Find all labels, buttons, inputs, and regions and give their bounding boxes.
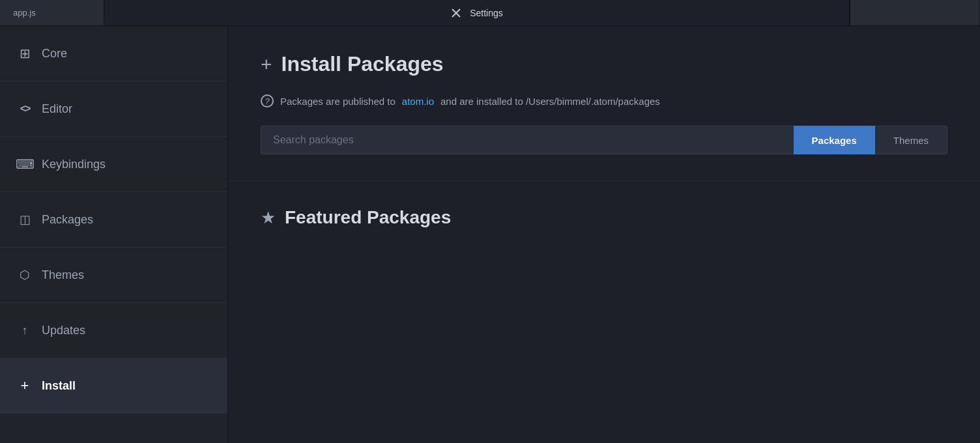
install-packages-section: + Install Packages ? Packages are publis… [228, 26, 980, 181]
tab-settings[interactable]: Settings [104, 0, 850, 25]
install-packages-heading: Install Packages [281, 52, 444, 76]
sidebar-label-keybindings: Keybindings [42, 158, 106, 171]
sidebar-label-install: Install [42, 379, 76, 393]
sliders-icon: ⊞ [16, 46, 34, 61]
sidebar-label-core: Core [42, 47, 67, 61]
sidebar-item-themes[interactable]: ⬡ Themes [0, 248, 227, 303]
info-circle-icon: ? [261, 94, 274, 107]
tab-bar: app.js Settings [0, 0, 980, 26]
settings-tab-label: Settings [470, 8, 503, 18]
package-icon: ◫ [16, 212, 34, 227]
featured-packages-section: ★ Featured Packages [228, 181, 980, 254]
featured-packages-heading: Featured Packages [285, 207, 451, 228]
sidebar-item-editor[interactable]: <> Editor [0, 81, 227, 137]
info-text-before: Packages are published to [280, 96, 396, 107]
packages-filter-button[interactable]: Packages [794, 126, 875, 154]
plus-icon: + [16, 377, 34, 394]
atom-io-link[interactable]: atom.io [402, 96, 434, 107]
featured-title: ★ Featured Packages [261, 207, 947, 228]
cloud-upload-icon: ↑ [16, 324, 34, 337]
sidebar-item-core[interactable]: ⊞ Core [0, 26, 227, 81]
sidebar-label-editor: Editor [42, 102, 72, 116]
sidebar-item-packages[interactable]: ◫ Packages [0, 192, 227, 248]
wrench-x-icon [450, 7, 462, 19]
tab-file-label: app.js [13, 8, 36, 18]
sidebar-label-updates: Updates [42, 324, 85, 337]
search-packages-input[interactable] [261, 126, 794, 154]
keyboard-icon: ⌨ [16, 156, 34, 172]
install-title-plus-icon: + [261, 53, 272, 76]
info-row: ? Packages are published to atom.io and … [261, 94, 947, 107]
main-layout: ⊞ Core <> Editor ⌨ Keybindings ◫ Package… [0, 26, 980, 443]
star-icon: ★ [261, 208, 276, 228]
sidebar-item-install[interactable]: + Install [0, 358, 227, 414]
content-area: + Install Packages ? Packages are publis… [228, 26, 980, 443]
sidebar-item-updates[interactable]: ↑ Updates [0, 303, 227, 358]
sidebar-label-packages: Packages [42, 213, 93, 227]
themes-filter-button[interactable]: Themes [875, 126, 947, 154]
theme-icon: ⬡ [16, 268, 34, 282]
code-icon: <> [16, 103, 34, 115]
search-row: Packages Themes [261, 126, 947, 154]
tab-right[interactable] [850, 0, 980, 25]
sidebar: ⊞ Core <> Editor ⌨ Keybindings ◫ Package… [0, 26, 228, 443]
tab-file[interactable]: app.js [0, 0, 104, 25]
install-section-title: + Install Packages [261, 52, 947, 76]
info-text-after: and are installed to /Users/bimmel/.atom… [440, 96, 660, 107]
sidebar-item-keybindings[interactable]: ⌨ Keybindings [0, 137, 227, 192]
sidebar-label-themes: Themes [42, 268, 84, 282]
